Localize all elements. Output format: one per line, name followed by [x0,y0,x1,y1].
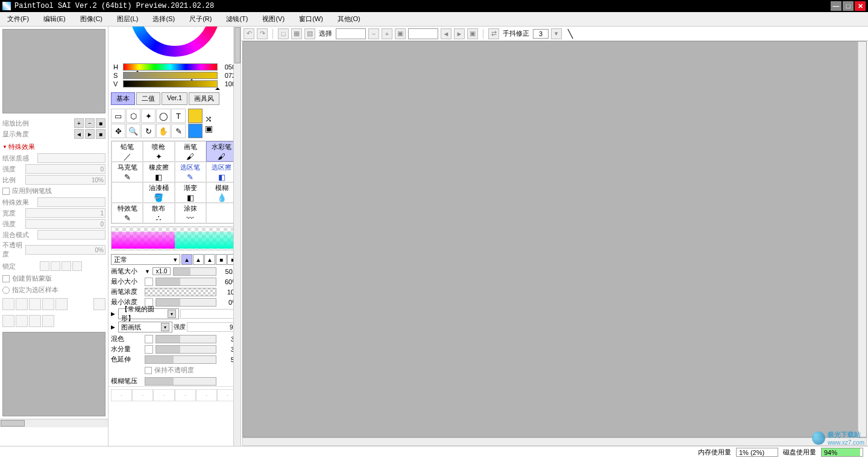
effect-select[interactable] [37,197,105,207]
mix-water-slider[interactable] [156,345,216,354]
text-tool[interactable]: T [171,109,186,123]
tex-str-input[interactable] [187,322,239,332]
lock-none-icon[interactable] [40,261,49,271]
new-layer-button[interactable] [2,298,14,310]
tab-paint[interactable]: 画具风 [189,92,219,105]
density-slider[interactable] [145,288,216,296]
layer-list[interactable] [2,332,105,416]
rot-reset-button[interactable]: ▣ [467,28,478,39]
brush-scatter[interactable]: 散布∴ [143,203,174,223]
tab-binary[interactable]: 二值 [136,92,160,105]
mix-blend-icon[interactable] [145,335,153,343]
brush-bucket[interactable]: 油漆桶🪣 [143,182,174,203]
eyedropper-tool[interactable]: ✎ [171,124,186,138]
brush-gradient[interactable]: 渐变◧ [175,182,206,203]
canvas-hscroll[interactable] [242,437,867,446]
rot-ccw-button[interactable]: ◄ [441,28,451,39]
keep-alpha-check[interactable] [145,367,152,374]
s-slider[interactable] [123,72,218,79]
rotate-tool[interactable]: ↻ [141,124,156,138]
mode-select[interactable]: 正常▾ [111,254,180,265]
texture-select[interactable]: 图画纸▾ [118,322,172,332]
angle-cw-button[interactable]: ► [85,129,95,139]
minsize-slider[interactable] [156,278,216,286]
secondary-swatch[interactable] [188,124,203,138]
strength-input[interactable] [25,219,105,229]
angle-reset-button[interactable]: ■ [96,129,105,139]
canvas[interactable] [242,41,867,437]
minimize-button[interactable]: — [831,1,841,11]
merge-down-button[interactable] [2,315,14,327]
tip-4-icon[interactable]: ■ [216,254,227,265]
menu-other[interactable]: 其他(O) [335,13,363,25]
minsize-pressure-icon[interactable] [145,278,153,286]
delete-layer-button[interactable] [93,298,105,310]
size-slider[interactable] [173,267,216,276]
move-tool[interactable]: ✥ [111,124,125,138]
shape-tool[interactable]: ◯ [156,109,171,123]
swap-colors-icon[interactable]: ⤭▣ [203,109,215,138]
width-input[interactable] [25,208,105,218]
mid-vscroll[interactable] [233,27,241,446]
clip-check[interactable] [2,275,10,282]
stab-dd-button[interactable]: ▾ [551,28,562,39]
menu-filter[interactable]: 滤镜(T) [224,13,250,25]
lock-all-icon[interactable] [72,261,82,271]
redo-button[interactable]: ↷ [257,28,268,39]
brush-empty1[interactable] [112,182,143,203]
lasso-tool[interactable]: ⬡ [126,109,140,123]
brush-airbrush[interactable]: 喷枪✦ [143,141,174,162]
merge-visible-button[interactable] [16,315,28,327]
zoom-minus2-button[interactable]: − [368,28,379,39]
zoom-reset-button[interactable]: ■ [96,118,105,128]
deselect-button[interactable]: □ [278,28,289,39]
navigator-thumbnail[interactable] [2,29,105,113]
menu-image[interactable]: 图像(C) [78,13,105,25]
undo-button[interactable]: ↶ [244,28,254,39]
show-sel-button[interactable]: ▧ [304,28,315,39]
mix-persist-slider[interactable] [145,355,216,364]
layer-mask-button[interactable] [42,298,54,310]
left-hscroll[interactable] [0,419,108,427]
sample-radio[interactable] [2,287,10,294]
tip-2-icon[interactable]: ▲ [193,254,204,265]
menu-window[interactable]: 窗口(W) [297,13,326,25]
zoom-tool[interactable]: 🔍 [126,124,140,138]
menu-view[interactable]: 视图(V) [260,13,287,25]
mix-water-icon[interactable] [145,345,153,354]
menu-edit[interactable]: 编辑(E) [41,13,68,25]
new-folder-button[interactable] [29,298,41,310]
size-preset-5[interactable]: · [196,389,217,401]
size-preset-1[interactable]: · [111,389,132,401]
brush-eraser[interactable]: 橡皮擦◧ [143,162,174,182]
hand-tool[interactable]: ✋ [156,124,171,138]
zoom-fit-button[interactable]: ▣ [395,28,406,39]
size-preset-2[interactable]: · [132,389,153,401]
opacity-input[interactable] [25,245,105,255]
ratio-input[interactable] [25,175,105,185]
intensity-input[interactable] [25,164,105,174]
lock-pixel-icon[interactable] [51,261,60,271]
menu-layer[interactable]: 图层(L) [115,13,140,25]
fx-header[interactable]: 特殊效果 [0,141,108,153]
shape-select[interactable]: 【常规的圆形】▾ [118,308,179,319]
flip-button[interactable]: ⇄ [488,28,499,39]
mindensity-slider[interactable] [156,298,216,307]
brush-fx[interactable]: 特效笔✎ [112,203,143,223]
new-linework-button[interactable] [16,298,28,310]
tip-3-icon[interactable]: ▲ [204,254,215,265]
paper-select[interactable] [37,153,105,163]
lock-move-icon[interactable] [61,261,71,271]
tab-ver1[interactable]: Ver.1 [162,92,187,105]
zoom-input[interactable] [336,28,366,39]
tab-basic[interactable]: 基本 [111,92,135,105]
color-wheel[interactable] [108,27,241,60]
size-mult[interactable]: x1.0 [153,267,171,275]
brush-pencil[interactable]: 铅笔／ [112,141,143,162]
zoom-minus-button[interactable]: − [85,118,95,128]
h-slider[interactable] [123,63,218,71]
brush-selpen[interactable]: 选区笔✎ [175,162,206,182]
menu-file[interactable]: 文件(F) [5,13,31,25]
primary-swatch[interactable] [188,109,203,123]
close-button[interactable]: ✕ [855,1,866,11]
